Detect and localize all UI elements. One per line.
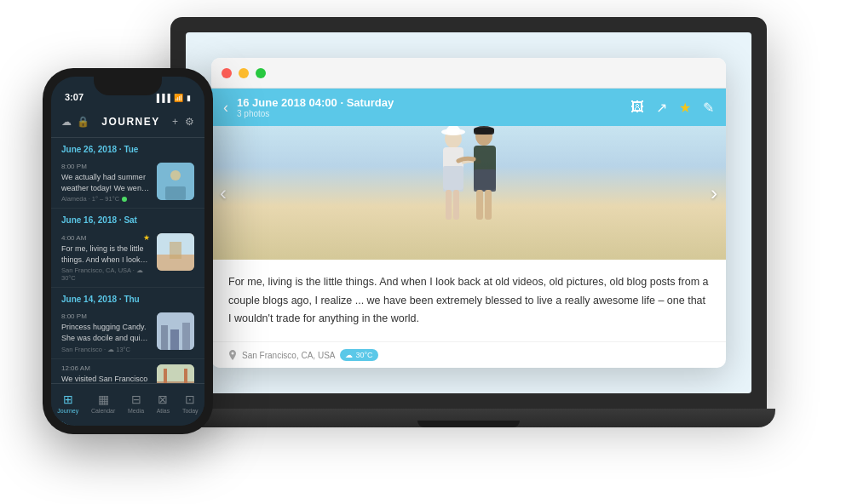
entry-text-1: We actually had summer weather today! We… bbox=[61, 172, 150, 193]
online-indicator-1 bbox=[122, 197, 127, 202]
photo-section: ‹ › bbox=[211, 126, 726, 260]
location-bar: San Francisco, CA, USA ☁ 30°C bbox=[211, 341, 726, 368]
signal-icon: ▐▐▐ bbox=[154, 94, 170, 102]
phone-header-actions: + ⚙ bbox=[172, 116, 194, 128]
list-item[interactable]: 4:00 AM ★ For me, living is the little t… bbox=[51, 228, 204, 288]
entry-meta-3: San Francisco · ☁ 13°C bbox=[61, 346, 150, 353]
atlas-tab-label: Atlas bbox=[157, 408, 170, 414]
location-text-1: Alameda · 1° – 91°C bbox=[61, 195, 119, 203]
date-info: 16 June 2018 04:00 · Saturday 3 photos bbox=[237, 96, 622, 118]
svg-rect-22 bbox=[170, 329, 179, 350]
list-item[interactable]: 8:00 PM We actually had summer weather t… bbox=[51, 158, 204, 209]
phone-screen: 3:07 ▐▐▐ 📶 ▮ ☁ 🔒 JOURNEY + ⚙ bbox=[51, 77, 204, 426]
location-icon bbox=[228, 350, 237, 360]
calendar-tab-icon: ▦ bbox=[98, 392, 109, 406]
list-item[interactable]: 8:00 PM Princess hugging Candy. She was … bbox=[51, 307, 204, 358]
date-header-2: June 16, 2018 · Sat bbox=[51, 209, 204, 228]
text-section: For me, living is the little things. And… bbox=[211, 260, 726, 341]
window-content: ‹ › For me, living is the little things.… bbox=[211, 126, 726, 368]
phone: 3:07 ▐▐▐ 📶 ▮ ☁ 🔒 JOURNEY + ⚙ bbox=[43, 68, 213, 434]
scene: ‹ 16 June 2018 04:00 · Saturday 3 photos… bbox=[0, 0, 852, 504]
back-button[interactable]: ‹ bbox=[223, 99, 228, 117]
media-tab-icon: ⊟ bbox=[131, 392, 141, 406]
svg-rect-9 bbox=[474, 128, 494, 135]
entry-text-2: For me, living is the little things. And… bbox=[61, 243, 150, 265]
svg-rect-5 bbox=[446, 190, 452, 220]
cloud-header-icon: ☁ bbox=[61, 116, 72, 128]
journey-tab-icon: ⊞ bbox=[63, 392, 73, 406]
phone-notch bbox=[94, 77, 162, 95]
journal-body-text: For me, living is the little things. And… bbox=[228, 273, 709, 328]
tab-journey[interactable]: ⊞ Journey bbox=[57, 392, 78, 414]
svg-rect-12 bbox=[476, 190, 483, 220]
star-badge-2: ★ bbox=[143, 233, 150, 242]
laptop-base bbox=[162, 409, 775, 427]
journal-window: ‹ 16 June 2018 04:00 · Saturday 3 photos… bbox=[211, 58, 726, 368]
atlas-tab-icon: ⊠ bbox=[158, 392, 168, 406]
date-header-1: June 26, 2018 · Tue bbox=[51, 138, 204, 158]
phone-header: ☁ 🔒 JOURNEY + ⚙ bbox=[51, 106, 204, 138]
entry-date: 16 June 2018 04:00 · Saturday bbox=[237, 96, 622, 109]
tab-today[interactable]: ⊡ Today bbox=[182, 392, 199, 414]
entry-time-4: 12:06 AM bbox=[61, 364, 150, 372]
svg-rect-16 bbox=[165, 186, 186, 200]
date-header-3: June 14, 2018 · Thu bbox=[51, 288, 204, 307]
tab-atlas[interactable]: ⊠ Atlas bbox=[157, 392, 170, 414]
wifi-icon: 📶 bbox=[174, 94, 183, 102]
tab-media[interactable]: ⊟ Media bbox=[128, 392, 144, 414]
status-time: 3:07 bbox=[65, 92, 83, 102]
entry-meta-1: Alameda · 1° – 91°C bbox=[61, 195, 150, 203]
svg-rect-11 bbox=[474, 169, 496, 192]
photo-icon[interactable]: 🖼 bbox=[630, 100, 644, 115]
cloud-icon: ☁ bbox=[345, 351, 353, 359]
entry-content-3: 8:00 PM Princess hugging Candy. She was … bbox=[61, 312, 150, 352]
journey-tab-label: Journey bbox=[57, 408, 78, 414]
svg-rect-19 bbox=[170, 242, 181, 259]
toolbar-icons: 🖼 ↗ ★ ✎ bbox=[630, 100, 714, 116]
temperature-badge: ☁ 30°C bbox=[340, 349, 377, 361]
thumb-image-3 bbox=[157, 312, 194, 350]
svg-rect-4 bbox=[443, 166, 463, 192]
entry-time-1: 8:00 PM bbox=[61, 163, 150, 170]
lock-header-icon: 🔒 bbox=[77, 116, 89, 128]
entry-thumb-2 bbox=[157, 233, 194, 271]
laptop-body: ‹ 16 June 2018 04:00 · Saturday 3 photos… bbox=[170, 17, 767, 409]
calendar-tab-label: Calendar bbox=[91, 408, 115, 414]
minimize-button[interactable] bbox=[239, 68, 249, 78]
beach-photo bbox=[211, 126, 726, 260]
today-tab-label: Today bbox=[182, 408, 199, 414]
laptop: ‹ 16 June 2018 04:00 · Saturday 3 photos… bbox=[170, 17, 767, 477]
svg-rect-23 bbox=[182, 323, 190, 350]
entry-meta-2: San Francisco, CA, USA · ☁ 30°C bbox=[61, 266, 150, 282]
edit-icon[interactable]: ✎ bbox=[703, 100, 714, 116]
close-button[interactable] bbox=[222, 68, 232, 78]
entry-content-2: 4:00 AM ★ For me, living is the little t… bbox=[61, 233, 150, 282]
svg-rect-21 bbox=[161, 325, 168, 350]
svg-rect-13 bbox=[485, 190, 492, 220]
photo-next-button[interactable]: › bbox=[711, 181, 717, 205]
entry-thumb-1 bbox=[157, 163, 194, 200]
tab-calendar[interactable]: ▦ Calendar bbox=[91, 392, 115, 414]
entry-time-3: 8:00 PM bbox=[61, 312, 150, 320]
today-tab-icon: ⊡ bbox=[185, 392, 195, 406]
photo-prev-button[interactable]: ‹ bbox=[220, 181, 227, 205]
entry-text-3: Princess hugging Candy. She was docile a… bbox=[61, 322, 150, 343]
svg-point-15 bbox=[170, 170, 181, 180]
phone-tab-bar: ⊞ Journey ▦ Calendar ⊟ Media ⊠ Atlas ⊡ bbox=[51, 383, 204, 426]
window-date-bar: ‹ 16 June 2018 04:00 · Saturday 3 photos… bbox=[211, 89, 726, 126]
couple-illustration bbox=[417, 126, 520, 243]
entry-thumb-3 bbox=[157, 312, 194, 350]
share-icon[interactable]: ↗ bbox=[656, 100, 667, 116]
entry-location: San Francisco, CA, USA bbox=[242, 351, 335, 360]
laptop-screen: ‹ 16 June 2018 04:00 · Saturday 3 photos… bbox=[186, 32, 751, 393]
battery-icon: ▮ bbox=[187, 94, 191, 102]
entry-content-1: 8:00 PM We actually had summer weather t… bbox=[61, 163, 150, 203]
maximize-button[interactable] bbox=[256, 68, 266, 78]
app-title: JOURNEY bbox=[95, 116, 167, 128]
svg-rect-6 bbox=[453, 190, 459, 220]
window-titlebar bbox=[211, 58, 726, 89]
add-button[interactable]: + bbox=[172, 116, 178, 128]
entry-time-2: 4:00 AM ★ bbox=[61, 233, 150, 242]
star-icon[interactable]: ★ bbox=[679, 100, 691, 116]
settings-button[interactable]: ⚙ bbox=[185, 116, 194, 128]
